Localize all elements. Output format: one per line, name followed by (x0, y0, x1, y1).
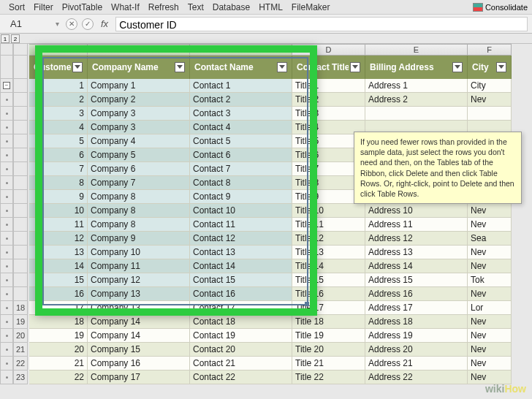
table-row[interactable]: 10Company 8Contact 10Title 10Address 10N… (29, 204, 532, 218)
row-header[interactable]: 21 (13, 343, 28, 357)
cell[interactable]: Contact 2 (190, 93, 292, 107)
table-row[interactable]: 3Company 3Contact 3Title 3 (29, 107, 532, 121)
col-header-B[interactable]: B (88, 44, 190, 56)
row-header[interactable] (13, 162, 28, 176)
cell[interactable]: Address 11 (365, 218, 468, 232)
cell[interactable]: Address 20 (365, 343, 468, 357)
table-row[interactable]: 14Company 11Contact 14Title 14Address 14… (29, 259, 532, 273)
cell[interactable]: Title 3 (292, 107, 365, 121)
cell[interactable]: Company 1 (88, 79, 190, 93)
cell[interactable]: 18 (29, 315, 88, 329)
cell[interactable]: Contact 7 (190, 162, 292, 176)
cell[interactable]: Tok (468, 273, 512, 287)
cell[interactable]: Nev (468, 357, 512, 370)
cell[interactable]: 17 (29, 301, 88, 315)
cell[interactable]: Nev (468, 93, 512, 107)
outline-level-2[interactable]: 2 (11, 34, 20, 43)
cell[interactable]: Address 2 (365, 93, 468, 107)
cell[interactable]: Contact 12 (190, 232, 292, 246)
cell[interactable]: Title 18 (292, 315, 365, 329)
cell[interactable]: Company 11 (88, 259, 190, 273)
cell[interactable]: Address 18 (365, 315, 468, 329)
cell[interactable] (468, 107, 512, 121)
filter-icon[interactable] (72, 62, 83, 72)
cell[interactable]: Contact 15 (190, 273, 292, 287)
cell[interactable]: Contact 9 (190, 190, 292, 204)
cell[interactable]: Address 17 (365, 301, 468, 315)
toolbar-html[interactable]: HTML (254, 1, 287, 13)
row-header[interactable] (13, 232, 28, 246)
toolbar-sort[interactable]: Sort (4, 1, 29, 13)
cell[interactable]: Nev (468, 259, 512, 273)
cell[interactable]: Contact 4 (190, 121, 292, 134)
cell[interactable]: Address 15 (365, 273, 468, 287)
filter-icon[interactable] (175, 62, 185, 72)
cell[interactable]: Contact 22 (190, 370, 292, 384)
toolbar-database[interactable]: Database (208, 1, 254, 13)
fx-label[interactable]: fx (98, 18, 111, 29)
cell[interactable]: 13 (29, 246, 88, 259)
cell[interactable]: Nev (468, 343, 512, 357)
cell[interactable]: 14 (29, 259, 88, 273)
cell[interactable]: Nev (468, 315, 512, 329)
cell[interactable]: Title 17 (292, 301, 365, 315)
cell[interactable]: Sea (468, 232, 512, 246)
row-header[interactable] (13, 107, 28, 121)
col-header-A[interactable]: A (29, 44, 88, 56)
cell[interactable]: Company 16 (88, 357, 190, 370)
table-row[interactable]: 11Company 8Contact 11Title 11Address 11N… (29, 218, 532, 232)
cell[interactable]: Company 3 (88, 107, 190, 121)
cell[interactable]: Company 12 (88, 273, 190, 287)
cell[interactable]: Company 9 (88, 232, 190, 246)
table-row[interactable]: 13Company 10Contact 13Title 13Address 13… (29, 246, 532, 259)
cell[interactable]: Title 21 (292, 357, 365, 370)
cell[interactable]: 21 (29, 357, 88, 370)
cell[interactable]: Company 6 (88, 162, 190, 176)
table-row[interactable]: 1Company 1Contact 1Title 1Address 1City (29, 79, 532, 93)
confirm-icon[interactable]: ✓ (82, 18, 94, 30)
cell[interactable]: Address 22 (365, 370, 468, 384)
cell[interactable]: Company 8 (88, 190, 190, 204)
toolbar-filter[interactable]: Filter (29, 1, 58, 13)
cell[interactable]: 7 (29, 162, 88, 176)
table-row[interactable]: 12Company 9Contact 12Title 12Address 12S… (29, 232, 532, 246)
cell[interactable]: Nev (468, 246, 512, 259)
outline-level-1[interactable]: 1 (1, 34, 10, 43)
cell[interactable]: Title 19 (292, 329, 365, 343)
cell[interactable]: 11 (29, 218, 88, 232)
cell[interactable]: Contact 14 (190, 259, 292, 273)
table-row[interactable]: 22Company 17Contact 22Title 22Address 22… (29, 370, 532, 384)
cell[interactable]: Title 12 (292, 232, 365, 246)
row-header[interactable] (13, 287, 28, 301)
cell[interactable]: 2 (29, 93, 88, 107)
cell[interactable]: Contact 21 (190, 357, 292, 370)
filter-icon[interactable] (452, 62, 463, 72)
table-row[interactable]: 21Company 16Contact 21Title 21Address 21… (29, 357, 532, 370)
row-header[interactable] (13, 246, 28, 259)
cell[interactable]: Company 15 (88, 343, 190, 357)
row-header[interactable] (13, 273, 28, 287)
cell[interactable]: Address 14 (365, 259, 468, 273)
cell[interactable]: Nev (468, 329, 512, 343)
cell[interactable]: 10 (29, 204, 88, 218)
row-header[interactable]: 19 (13, 315, 28, 329)
table-row[interactable]: 15Company 12Contact 15Title 15Address 15… (29, 273, 532, 287)
cell[interactable]: Contact 6 (190, 148, 292, 162)
cell[interactable]: Title 13 (292, 246, 365, 259)
cell[interactable]: Nev (468, 287, 512, 301)
table-row[interactable]: 19Company 14Contact 19Title 19Address 19… (29, 329, 532, 343)
table-row[interactable]: 2Company 2Contact 2Title 2Address 2Nev (29, 93, 532, 107)
toolbar-filemaker[interactable]: FileMaker (287, 1, 335, 13)
cell[interactable]: Company 8 (88, 218, 190, 232)
cell[interactable]: Address 1 (365, 79, 468, 93)
cell[interactable]: Contact 18 (190, 315, 292, 329)
cell[interactable]: Title 22 (292, 370, 365, 384)
cell[interactable]: Address 19 (365, 329, 468, 343)
row-header[interactable] (13, 93, 28, 107)
cell[interactable]: Contact 3 (190, 107, 292, 121)
cell[interactable]: Title 10 (292, 204, 365, 218)
cell[interactable]: Company 5 (88, 148, 190, 162)
cell[interactable]: 3 (29, 107, 88, 121)
cell[interactable]: 9 (29, 190, 88, 204)
table-row[interactable]: 20Company 15Contact 20Title 20Address 20… (29, 343, 532, 357)
